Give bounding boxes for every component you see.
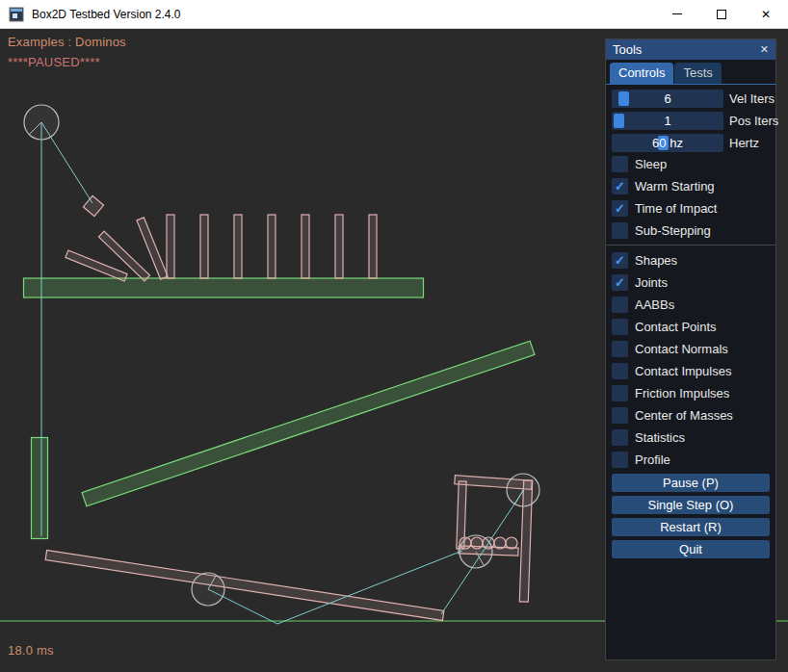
ball[interactable] <box>460 537 471 549</box>
checkbox-label-profile: Profile <box>635 452 670 467</box>
checkbox-label-contact-impulses: Contact Impulses <box>635 364 731 378</box>
domino[interactable] <box>335 215 343 278</box>
checkbox-warm-starting[interactable]: ✓Warm Starting <box>612 178 770 194</box>
domino[interactable] <box>302 215 309 278</box>
check-icon: ✓ <box>615 254 625 267</box>
checkbox-box-aabbs <box>612 297 628 313</box>
pos-iters-slider[interactable]: 1 <box>612 112 723 130</box>
checkbox-shapes[interactable]: ✓Shapes <box>612 252 770 269</box>
single-step-button[interactable]: Single Step (O) <box>612 496 770 514</box>
slider-group: 6Vel Iters1Pos Iters60 hzHertz <box>612 90 770 152</box>
checkbox-box-contact-points <box>612 319 628 335</box>
checkbox-contact-normals[interactable]: Contact Normals <box>612 341 770 357</box>
pause-button[interactable]: Pause (P) <box>612 474 770 492</box>
checkbox-box-friction-impulses <box>612 385 628 401</box>
checkbox-profile[interactable]: Profile <box>612 452 770 468</box>
checkbox-sleep[interactable]: Sleep <box>612 156 770 172</box>
vel-iters-slider-row: 6Vel Iters <box>612 90 770 108</box>
hertz-slider[interactable]: 60 hz <box>612 134 723 152</box>
pos-iters-slider-value: 1 <box>612 112 723 130</box>
domino[interactable] <box>268 215 276 278</box>
maximize-icon <box>717 10 726 19</box>
quit-button[interactable]: Quit <box>612 540 770 558</box>
domino[interactable] <box>234 215 242 278</box>
checkbox-sub-stepping[interactable]: Sub-Stepping <box>612 222 770 239</box>
checkbox-label-contact-points: Contact Points <box>635 320 717 334</box>
hertz-slider-value: 60 hz <box>612 134 723 152</box>
separator <box>606 245 775 246</box>
close-icon: ✕ <box>761 9 771 20</box>
checkbox-friction-impulses[interactable]: Friction Impulses <box>612 385 770 401</box>
checkbox-label-shapes: Shapes <box>635 253 677 268</box>
vel-iters-slider[interactable]: 6 <box>612 90 723 108</box>
checkbox-statistics[interactable]: Statistics <box>612 429 770 446</box>
checkbox-time-of-impact[interactable]: ✓Time of Impact <box>612 200 770 217</box>
example-label: Examples : Dominos <box>8 35 126 49</box>
app-icon <box>9 7 24 22</box>
pendulum-box[interactable] <box>83 195 103 216</box>
tab-bar: ControlsTests <box>606 60 775 85</box>
checkbox-joints[interactable]: ✓Joints <box>612 274 770 291</box>
box2d-testbed-window: { "window": { "title": "Box2D Testbed Ve… <box>0 0 788 672</box>
checkbox-label-joints: Joints <box>635 275 668 290</box>
checkbox-label-warm-starting: Warm Starting <box>635 179 715 194</box>
checkbox-label-friction-impulses: Friction Impulses <box>635 386 729 401</box>
tilted-plank[interactable] <box>45 551 444 621</box>
solver-checkbox-group: Sleep✓Warm Starting✓Time of ImpactSub-St… <box>612 156 770 239</box>
close-button[interactable]: ✕ <box>744 0 788 29</box>
vel-iters-slider-label: Vel Iters <box>729 91 775 106</box>
hertz-slider-row: 60 hzHertz <box>612 134 770 152</box>
checkbox-label-aabbs: AABBs <box>635 297 674 312</box>
paused-label: ****PAUSED**** <box>8 55 100 69</box>
window-titlebar[interactable]: Box2D Testbed Version 2.4.0 ✕ <box>0 0 788 29</box>
checkbox-box-warm-starting: ✓ <box>612 178 628 194</box>
draw-checkbox-group: ✓Shapes✓JointsAABBsContact PointsContact… <box>612 252 770 468</box>
checkbox-label-sub-stepping: Sub-Stepping <box>635 223 711 238</box>
check-icon: ✓ <box>615 180 625 193</box>
ball[interactable] <box>494 537 506 549</box>
domino[interactable] <box>369 215 377 278</box>
checkbox-label-statistics: Statistics <box>635 430 685 445</box>
pos-iters-slider-label: Pos Iters <box>729 114 778 128</box>
restart-button[interactable]: Restart (R) <box>612 518 770 536</box>
tab-controls[interactable]: Controls <box>610 63 673 84</box>
checkbox-box-sub-stepping <box>612 222 628 239</box>
action-button-group: Pause (P)Single Step (O)Restart (R)Quit <box>612 474 770 558</box>
joint-line <box>208 589 277 624</box>
ball[interactable] <box>506 537 517 549</box>
tools-title: Tools <box>613 42 642 57</box>
domino[interactable] <box>167 215 174 278</box>
checkbox-box-center-of-masses <box>612 407 628 424</box>
checkbox-box-statistics <box>612 429 628 446</box>
checkbox-center-of-masses[interactable]: Center of Masses <box>612 407 770 424</box>
check-icon: ✓ <box>615 202 625 215</box>
checkbox-contact-points[interactable]: Contact Points <box>612 319 770 335</box>
dominos-platform <box>24 278 424 297</box>
checkbox-box-sleep <box>612 156 628 172</box>
maximize-button[interactable] <box>699 0 744 29</box>
tab-tests[interactable]: Tests <box>674 63 721 84</box>
minimize-button[interactable] <box>655 0 699 29</box>
tools-panel: Tools ✕ ControlsTests 6Vel Iters1Pos Ite… <box>605 39 776 660</box>
pos-iters-slider-row: 1Pos Iters <box>612 112 770 130</box>
ball[interactable] <box>471 537 483 549</box>
window-controls: ✕ <box>655 0 788 29</box>
minimize-icon <box>672 13 682 14</box>
checkbox-box-contact-impulses <box>612 363 628 379</box>
checkbox-box-joints: ✓ <box>612 274 628 291</box>
joint-line <box>41 122 92 203</box>
tools-close-icon[interactable]: ✕ <box>760 43 769 56</box>
checkbox-contact-impulses[interactable]: Contact Impulses <box>612 363 770 379</box>
tools-content: 6Vel Iters1Pos Iters60 hzHertz Sleep✓War… <box>606 85 775 558</box>
checkbox-box-contact-normals <box>612 341 628 357</box>
checkbox-box-shapes: ✓ <box>612 252 628 269</box>
vel-iters-slider-value: 6 <box>612 90 723 108</box>
checkbox-box-time-of-impact: ✓ <box>612 200 628 217</box>
checkbox-box-profile <box>612 452 628 468</box>
tools-titlebar[interactable]: Tools ✕ <box>606 39 775 60</box>
domino[interactable] <box>200 215 208 278</box>
window-title: Box2D Testbed Version 2.4.0 <box>32 8 181 21</box>
checkbox-aabbs[interactable]: AABBs <box>612 297 770 313</box>
checkbox-label-center-of-masses: Center of Masses <box>635 408 733 423</box>
hertz-slider-label: Hertz <box>729 136 759 150</box>
